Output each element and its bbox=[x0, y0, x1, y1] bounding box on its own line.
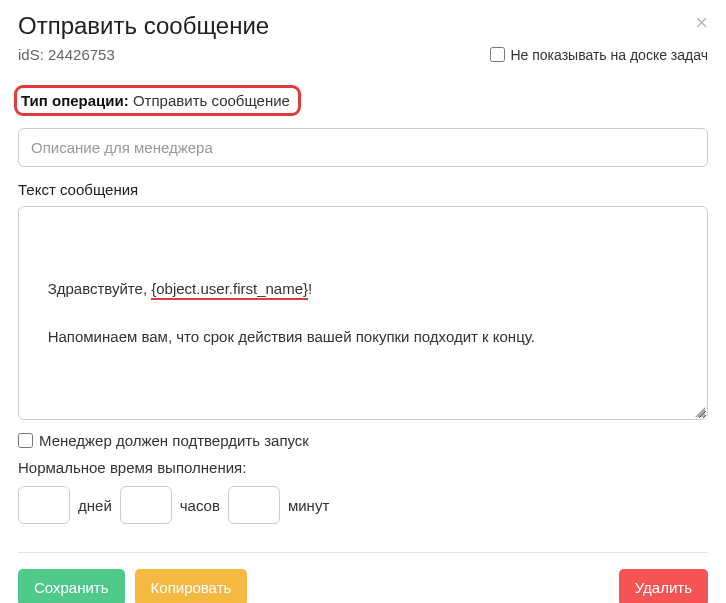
message-textarea[interactable]: Здравствуйте, {object.user.first_name}! … bbox=[18, 206, 708, 420]
operation-type-value: Отправить сообщение bbox=[133, 92, 290, 109]
hours-unit: часов bbox=[180, 497, 220, 514]
save-button[interactable]: Сохранить bbox=[18, 569, 125, 603]
manager-confirm-checkbox[interactable] bbox=[18, 433, 33, 448]
minutes-unit: минут bbox=[288, 497, 329, 514]
hide-on-board-row: Не показывать на доске задач bbox=[490, 47, 708, 63]
ids-text: idS: 24426753 bbox=[18, 46, 115, 63]
modal-header: Отправить сообщение × bbox=[18, 12, 708, 44]
operation-type-label: Тип операции: bbox=[21, 92, 133, 109]
footer-left-buttons: Сохранить Копировать bbox=[18, 569, 247, 603]
operation-type-highlight: Тип операции: Отправить сообщение bbox=[14, 85, 301, 116]
subheader: idS: 24426753 Не показывать на доске зад… bbox=[18, 46, 708, 63]
message-line1-suffix: ! bbox=[308, 280, 312, 297]
time-inputs-row: дней часов минут bbox=[18, 486, 708, 524]
message-line1-prefix: Здравствуйте, bbox=[48, 280, 152, 297]
normal-time-label: Нормальное время выполнения: bbox=[18, 459, 708, 476]
modal-footer: Сохранить Копировать Удалить bbox=[18, 569, 708, 603]
hide-on-board-checkbox[interactable] bbox=[490, 47, 505, 62]
delete-button[interactable]: Удалить bbox=[619, 569, 708, 603]
copy-button[interactable]: Копировать bbox=[135, 569, 248, 603]
message-line2: Напоминаем вам, что срок действия вашей … bbox=[48, 328, 535, 345]
close-icon[interactable]: × bbox=[695, 12, 708, 34]
hours-input[interactable] bbox=[120, 486, 172, 524]
message-placeholder-variable: {object.user.first_name} bbox=[151, 280, 308, 300]
modal-title: Отправить сообщение bbox=[18, 12, 269, 40]
days-input[interactable] bbox=[18, 486, 70, 524]
minutes-input[interactable] bbox=[228, 486, 280, 524]
resize-handle-icon[interactable] bbox=[693, 405, 705, 417]
manager-confirm-row: Менеджер должен подтвердить запуск bbox=[18, 432, 708, 449]
manager-description-input[interactable] bbox=[18, 128, 708, 167]
manager-confirm-label: Менеджер должен подтвердить запуск bbox=[39, 432, 309, 449]
message-section-label: Текст сообщения bbox=[18, 181, 708, 198]
message-content: Здравствуйте, {object.user.first_name}! … bbox=[31, 253, 695, 373]
days-unit: дней bbox=[78, 497, 112, 514]
hide-on-board-label: Не показывать на доске задач bbox=[510, 47, 708, 63]
footer-divider bbox=[18, 552, 708, 553]
